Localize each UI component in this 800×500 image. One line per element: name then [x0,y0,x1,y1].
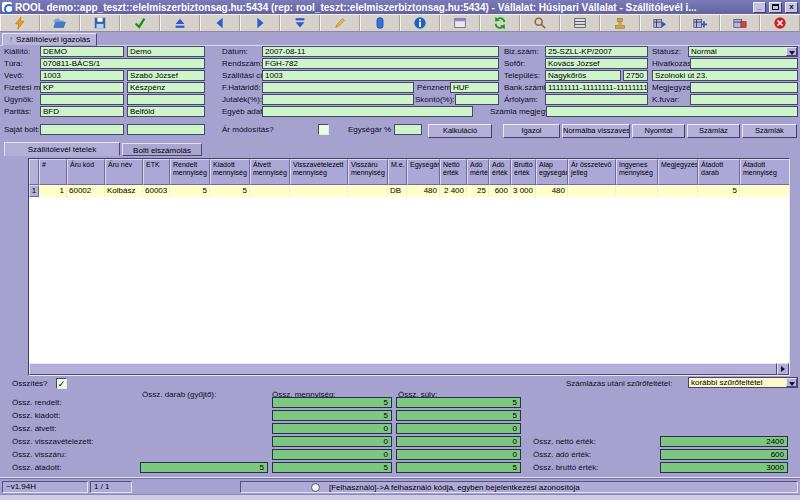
arfolyam-field[interactable] [545,94,648,105]
scrollbar-thumb[interactable] [29,363,777,375]
table-cell[interactable]: 3 000 [511,185,536,197]
list-rows-icon[interactable] [560,15,600,31]
column-header[interactable]: Nettó érték [440,159,467,185]
column-header[interactable]: Adó mérték [467,159,489,185]
prev-record-icon[interactable] [200,15,240,31]
szallcim-field[interactable]: 1003 [262,70,499,81]
sofor-field[interactable]: Kovács József [545,58,648,69]
bankszamla-field[interactable]: 11111111-11111111-11111111 [545,82,648,93]
table-cell[interactable] [658,185,698,197]
egyeb-field[interactable] [262,106,473,117]
table-forward-icon[interactable] [640,15,680,31]
column-header[interactable]: Átvett mennyiség [250,159,290,185]
scroll-right-button[interactable] [777,363,789,375]
confirm-check-icon[interactable] [120,15,160,31]
ugynok-name-field[interactable] [127,94,205,105]
save-icon[interactable] [80,15,120,31]
fizmod-code-field[interactable]: KP [40,82,124,93]
status-radio[interactable] [311,483,320,492]
table-cell[interactable]: 480 [407,185,440,197]
summary-mennyiseg-field[interactable]: 5 [272,410,392,421]
cim-field[interactable]: Szolnoki út 23. [652,70,798,81]
osszites-checkbox[interactable]: ✓ [56,378,67,389]
stamp-icon[interactable] [600,15,640,31]
datum-field[interactable]: 2007-08-11 [262,46,499,57]
table-add-icon[interactable] [680,15,720,31]
row-header[interactable]: 1 [29,185,39,197]
table-cell[interactable]: 60003 [143,185,170,197]
refresh-icon[interactable] [480,15,520,31]
close-button[interactable]: x [785,2,798,13]
total-value-field[interactable]: 600 [660,449,788,460]
column-header[interactable]: Bruttó érték [511,159,536,185]
table-cell[interactable]: 5 [698,185,740,197]
sajatbolt-name-field[interactable] [127,124,205,135]
restore-button[interactable] [769,2,782,13]
summary-mennyiseg-field[interactable]: 0 [272,423,392,434]
table-cell[interactable]: DB [388,185,407,197]
horizontal-scrollbar[interactable] [29,363,789,375]
telepules-field[interactable]: Nagykőrös [545,70,621,81]
table-cell[interactable]: 2 400 [440,185,467,197]
penznem-field[interactable]: HUF [450,82,499,93]
table-cell[interactable] [290,185,348,197]
hivatkozas-field[interactable] [690,58,798,69]
column-header[interactable]: Átadott darab [698,159,740,185]
statusz-dropdown[interactable]: Normál [688,46,798,57]
tab-szallitolevel-tetelek[interactable]: Szállítólevél tételek [4,142,120,156]
fhatarido-field[interactable] [262,82,414,93]
first-record-icon[interactable] [160,15,200,31]
column-header[interactable]: Megjegyzés [658,159,698,185]
jutalek-field[interactable] [262,94,414,105]
armodositas-checkbox[interactable] [318,124,329,135]
table-cell[interactable] [568,185,616,197]
form-window-icon[interactable] [440,15,480,31]
column-header[interactable]: Adó érték [489,159,511,185]
dropdown-button[interactable] [786,378,797,387]
kiallito-code-field[interactable]: DEMO [40,46,124,57]
table-cell[interactable]: 5 [210,185,250,197]
column-header[interactable]: # [39,159,67,185]
summary-suly-field[interactable]: 0 [396,423,521,434]
summary-mennyiseg-field[interactable]: 0 [272,436,392,447]
paritas-code-field[interactable]: BFD [40,106,124,117]
search-icon[interactable] [520,15,560,31]
igazol-button[interactable]: Igazol [503,124,560,138]
szamlamegj-field[interactable] [546,106,798,117]
column-header[interactable]: Egységár [407,159,440,185]
column-header[interactable]: Áru kód [67,159,105,185]
szamlaz-button[interactable]: Számláz [687,124,740,138]
column-header[interactable]: Kiadott mennyiség [210,159,250,185]
summary-mennyiseg-field[interactable]: 5 [272,397,392,408]
edit-pencil-icon[interactable] [320,15,360,31]
column-header[interactable]: Átadott mennyiség [740,159,789,185]
open-folder-icon[interactable] [40,15,80,31]
filter-dropdown[interactable]: korábbi szűrőfeltétel [688,377,798,388]
megjegyzes-field[interactable] [690,82,798,93]
summary-mennyiseg-field[interactable]: 5 [272,462,392,473]
vevo-name-field[interactable]: Szabó József [127,70,205,81]
summary-mennyiseg-field[interactable]: 0 [272,449,392,460]
summary-suly-field[interactable]: 5 [396,397,521,408]
tura-field[interactable]: 070811-BÁCS/1 [40,58,205,69]
column-header[interactable]: Ingyenes mennyiség [616,159,658,185]
tab-bolti-elszamolas[interactable]: Bolti elszámolás [122,143,202,156]
tab-szallitolevel-igazolas[interactable]: ↑ Szállítólevél igazolás [2,33,97,46]
next-record-icon[interactable] [240,15,280,31]
lightning-icon[interactable] [0,15,40,31]
info-icon[interactable] [400,15,440,31]
table-cell[interactable] [740,185,789,197]
table-cell[interactable]: Kolbász [105,185,143,197]
table-cell[interactable]: 5 [170,185,210,197]
skonto-field[interactable] [455,94,499,105]
summary-suly-field[interactable]: 5 [396,410,521,421]
paritas-name-field[interactable]: Belföld [127,106,205,117]
ugynok-code-field[interactable] [40,94,124,105]
table-row[interactable]: 1 160002Kolbász6000355DB4802 400256003 0… [29,185,789,197]
column-header[interactable]: Ár összetevő jelleg [568,159,616,185]
record-cylinder-icon[interactable] [360,15,400,31]
minimize-button[interactable]: _ [753,2,766,13]
table-cell[interactable] [250,185,290,197]
fizmod-name-field[interactable]: Készpénz [127,82,205,93]
column-header[interactable]: M.e. [388,159,407,185]
